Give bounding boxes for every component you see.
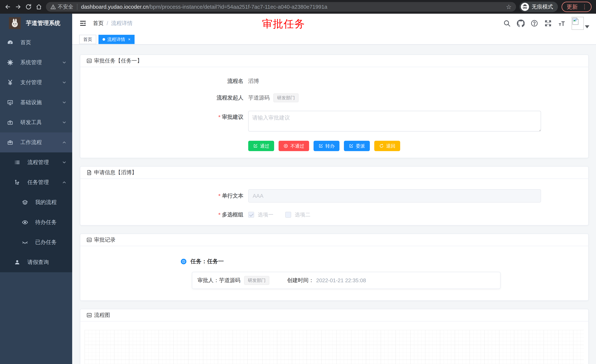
card-title: 审批记录 [94,236,115,244]
sidebar-item-todo-tasks[interactable]: 待办任务 [0,212,72,232]
sidebar-item-done-tasks[interactable]: 已办任务 [0,232,72,252]
search-icon[interactable] [503,19,511,27]
checkbox-option-1[interactable]: 选项一 [248,211,273,218]
process-name-label: 流程名 [80,78,243,85]
monitor-icon [7,99,13,106]
card-header: 申请信息【滔博】 [80,167,588,179]
sidebar-item-label: 支付管理 [20,79,62,86]
page-header: 首页 / 流程详情 审批任务 [72,14,596,33]
sidebar-item-process-mgmt[interactable]: 流程管理 [0,153,72,172]
update-label: 更新 [566,3,578,11]
forward-icon[interactable] [13,2,23,12]
process-name-value: 滔博 [248,78,259,85]
single-text-input[interactable] [248,189,541,203]
approve-record-card: 审批记录 任务：任务一 审批人： 芋道源码 研发部门 创建时间： 202 [80,234,589,301]
undo-icon [379,144,384,148]
delegate-button[interactable]: 委派 [344,141,370,151]
user-avatar-group[interactable] [572,17,589,30]
approve-actions: 通过 不通过 转办 委派 [248,141,588,151]
create-time-label: 创建时间： [287,277,314,284]
checkbox-option-2[interactable]: 选项二 [285,211,310,218]
sidebar-item-label: 流程管理 [27,159,62,166]
initiator-row: 流程发起人 芋道源码 研发部门 [80,93,588,102]
breadcrumb-separator: / [107,20,108,26]
avatar[interactable] [572,17,584,30]
chevron-up-icon [62,180,67,185]
document-icon [86,170,92,175]
sidebar-item-home[interactable]: 首页 [0,33,72,52]
app-logo [9,17,21,29]
sidebar-item-label: 基础设施 [20,99,62,106]
sidebar-item-infrastructure[interactable]: 基础设施 [0,93,72,112]
suggestion-row: 审批建议 [80,111,588,131]
not-secure-warning[interactable]: 不安全 [50,3,73,10]
tab-process-detail[interactable]: 流程详情 × [98,35,134,44]
return-button[interactable]: 退回 [374,141,400,151]
card-header: 审批记录 [80,234,588,246]
bpmn-grid-canvas[interactable] [85,330,584,364]
address-bar[interactable]: 不安全 dashboard.yudao.iocoder.cn/bpm/proce… [46,2,516,12]
back-icon[interactable] [3,2,13,12]
chevron-up-icon [62,140,67,145]
sidebar-item-label: 已办任务 [35,239,67,246]
checkbox-group-label: 多选框组 [80,211,243,218]
sidebar-item-label: 待办任务 [35,219,67,226]
button-label: 不通过 [291,143,304,149]
bookmark-star-icon[interactable]: ☆ [506,3,512,11]
broken-image-icon [572,18,579,25]
tree-icon [14,179,20,186]
record-card: 审批人： 芋道源码 研发部门 创建时间： 2022-01-21 22:35:08 [192,272,500,289]
active-tab-dot [103,38,105,41]
checkbox-checked-icon [248,212,254,218]
sidebar-item-task-mgmt[interactable]: 任务管理 [0,172,72,192]
button-label: 通过 [260,143,269,149]
browser-update-button[interactable]: 更新 ⋮ [562,2,592,12]
tab-label: 流程详情 [107,36,125,42]
sidebar-item-devtools[interactable]: 研发工具 [0,112,72,132]
list-icon [14,159,20,166]
help-icon[interactable] [530,19,538,27]
yen-icon [7,79,13,86]
transfer-button[interactable]: 转办 [313,141,339,151]
tab-home[interactable]: 首页 [79,35,96,44]
clock-icon [181,259,186,264]
dashboard-icon [7,39,13,46]
sidebar-item-system[interactable]: 系统管理 [0,52,72,73]
picture-icon [86,312,92,318]
sidebar-item-label: 研发工具 [20,119,62,126]
fullscreen-icon[interactable] [544,19,552,27]
sidebar-item-label: 任务管理 [27,179,62,186]
approver-value: 芋道源码 [219,277,240,284]
reload-icon[interactable] [23,2,34,12]
chevron-down-icon [62,160,67,165]
checkbox-unchecked-icon [285,212,291,218]
button-label: 委派 [356,143,365,149]
button-label: 转办 [325,143,335,149]
font-size-icon[interactable] [558,19,566,27]
checkbox-group-row: 多选框组 选项一 选项二 [80,211,588,218]
picture-icon [86,58,92,64]
app-logo-row[interactable]: 芋道管理系统 [0,14,72,33]
close-tab-icon[interactable]: × [128,37,130,42]
sidebar-item-workflow[interactable]: 工作流程 [0,132,72,153]
approve-button[interactable]: 通过 [248,141,274,151]
sidebar-item-my-process[interactable]: 我的流程 [0,192,72,212]
chevron-down-icon [62,100,67,105]
github-icon[interactable] [517,19,525,27]
collapse-sidebar-icon[interactable] [79,20,87,27]
browser-menu-icon[interactable]: ⋮ [582,4,587,10]
url-text[interactable]: dashboard.yudao.iocoder.cn/bpm/process-i… [81,4,502,10]
sidebar-item-payment[interactable]: 支付管理 [0,73,72,93]
breadcrumb-home[interactable]: 首页 [93,20,104,27]
sidebar-item-leave-query[interactable]: 请假查询 [0,252,72,272]
apply-info-card: 申请信息【滔博】 单行文本 多选框组 [80,166,589,226]
caret-down-icon[interactable] [585,25,589,28]
eye-closed-icon [22,239,28,245]
reject-button[interactable]: 不通过 [279,141,309,151]
dept-tag: 研发部门 [244,276,269,285]
url-path: /bpm/process-instance/detail?id=54aa251f… [149,4,327,10]
edit-icon [349,144,354,148]
briefcase-icon [7,139,13,146]
home-icon[interactable] [34,2,44,12]
suggestion-textarea[interactable] [248,111,541,131]
